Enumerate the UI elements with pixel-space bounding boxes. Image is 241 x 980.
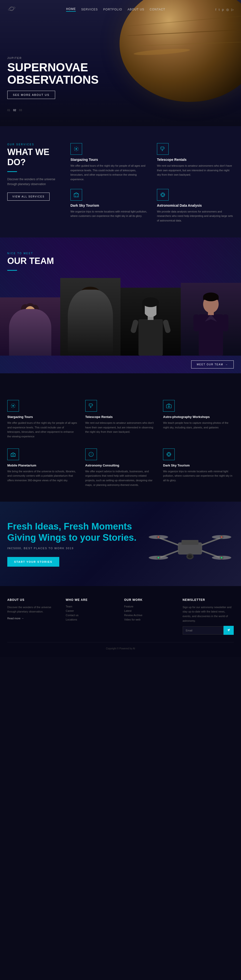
nav-contact[interactable]: CONTACT: [150, 8, 165, 11]
feature-icon-telescope: [85, 400, 97, 412]
footer-work-title: Our work: [124, 598, 176, 601]
feature-desc-5: We offer expert advice to individuals, b…: [85, 469, 156, 487]
svg-rect-26: [38, 321, 43, 336]
feature-item: Astronomy Consulting We offer expert adv…: [85, 449, 156, 487]
cta-start-button[interactable]: START YOUR STORIES: [7, 557, 59, 566]
footer-link-archive[interactable]: Review Archive: [124, 614, 176, 617]
service-item: Dark Sky Tourism We organize trips to re…: [70, 189, 147, 223]
nav-services[interactable]: SERVICES: [81, 8, 98, 11]
svg-rect-41: [130, 319, 139, 334]
svg-point-22: [30, 310, 37, 318]
feature-title-1: Stargazing Tours: [7, 415, 78, 419]
footer-link-career[interactable]: Career: [66, 609, 117, 612]
footer-link-latest[interactable]: Latest: [124, 609, 176, 612]
footer-about-text: Discover the wonders of the universe thr…: [7, 605, 59, 614]
feature-item: Dark Sky Tourism We organize trips to re…: [163, 449, 234, 487]
view-all-services-button[interactable]: VIEW ALL SERVICES: [7, 192, 49, 200]
service-icon-telescope: [157, 143, 169, 155]
team-section: NICE TO MEET OUR TEAM: [0, 237, 241, 373]
feature-item: Stargazing Tours We offer guided tours o…: [7, 400, 78, 439]
feature-icon-stargazing: [7, 400, 19, 412]
svg-rect-25: [17, 321, 22, 336]
hero-cta-button[interactable]: SEE MORE ABOUT US: [7, 91, 55, 99]
nav-portfolio[interactable]: PORTFOLIO: [103, 8, 122, 11]
meet-team-button[interactable]: MEET OUR TEAM →: [191, 361, 234, 369]
svg-point-58: [168, 406, 170, 407]
footer-email-submit[interactable]: [223, 626, 234, 635]
footer-link-video[interactable]: Video for web: [124, 618, 176, 621]
service-icon-data: [157, 189, 169, 200]
service-title-stargazing: Stargazing Tours: [70, 158, 147, 162]
footer-read-more[interactable]: Read more →: [7, 617, 59, 620]
service-item: Stargazing Tours We offer guided tours o…: [70, 143, 147, 182]
svg-point-2: [75, 148, 77, 150]
feature-icon-planetarium: [7, 449, 19, 460]
svg-rect-50: [193, 314, 199, 331]
team-member-3-image: [120, 288, 181, 356]
service-title-telescope: Telescope Rentals: [157, 158, 234, 162]
nav-home[interactable]: HOME: [66, 7, 76, 12]
svg-point-52: [13, 405, 14, 407]
team-photo-4: [181, 283, 241, 356]
service-title-data: Astronomical Data Analysis: [157, 204, 234, 207]
svg-marker-8: [74, 192, 78, 194]
svg-point-20: [31, 305, 39, 314]
hero-pagination: 01 02 03: [7, 109, 234, 111]
logo-icon: [7, 4, 16, 13]
footer-link-team[interactable]: Team: [66, 605, 117, 608]
hero-dot-3[interactable]: 03: [19, 109, 22, 111]
team-photo-3: [120, 288, 181, 356]
team-photos-row: [0, 278, 241, 356]
pinterest-icon[interactable]: p: [222, 8, 224, 11]
svg-rect-53: [89, 404, 92, 406]
footer-about-title: About us: [7, 598, 59, 601]
feature-title-6: Dark Sky Tourism: [163, 463, 234, 467]
footer-grid: About us Discover the wonders of the uni…: [7, 598, 234, 635]
facebook-icon[interactable]: f: [215, 8, 217, 11]
arrow-right-icon: →: [225, 363, 228, 366]
footer-link-contact[interactable]: Contact us: [66, 614, 117, 617]
nav-about[interactable]: ABOUT US: [128, 8, 144, 11]
hero-title: SUPERNOVAE OBSERVATIONS: [7, 61, 104, 86]
feature-desc-2: We rent out telescopes to amateur astron…: [85, 421, 156, 434]
footer-about: About us Discover the wonders of the uni…: [7, 598, 59, 635]
services-section: OUR SERVICES WHAT WE DO? Discover the wo…: [0, 126, 241, 237]
svg-rect-33: [81, 292, 100, 296]
footer-newsletter-title: Newsletter: [183, 598, 234, 601]
svg-rect-3: [161, 147, 164, 149]
hero-dot-2[interactable]: 02: [13, 109, 16, 111]
team-footer: MEET OUR TEAM →: [0, 356, 241, 373]
service-icon-stargazing: [70, 143, 82, 155]
svg-point-23: [25, 306, 35, 319]
hero-dot-1[interactable]: 01: [7, 109, 10, 111]
twitter-icon[interactable]: t: [219, 8, 220, 11]
svg-rect-43: [199, 314, 223, 356]
footer-link-feature[interactable]: Feature: [124, 605, 176, 608]
feature-desc-6: We organize trips to remote locations wi…: [163, 469, 234, 483]
feature-title-2: Telescope Rentals: [85, 415, 156, 419]
logo[interactable]: [7, 4, 16, 14]
team-photo-2: [60, 278, 120, 356]
footer-newsletter: Newsletter Sign up for our astronomy new…: [183, 598, 234, 635]
feature-item: Telescope Rentals We rent out telescopes…: [85, 400, 156, 439]
svg-rect-24: [22, 321, 38, 356]
team-header: NICE TO MEET OUR TEAM: [0, 252, 241, 271]
svg-rect-28: [72, 312, 79, 331]
cta-section: Fresh Ideas, Fresh Moments Giving Wings …: [0, 502, 241, 586]
feature-item: Mobile Planetarium We bring the wonders …: [7, 449, 78, 487]
services-description: Discover the wonders of the universe thr…: [7, 177, 61, 187]
team-accent-line: [7, 270, 17, 271]
svg-rect-35: [139, 319, 163, 356]
svg-point-66: [168, 453, 170, 455]
svg-point-34: [84, 304, 97, 312]
svg-rect-49: [203, 297, 219, 300]
footer-email-input[interactable]: [183, 626, 224, 635]
feature-title-5: Astronomy Consulting: [85, 463, 156, 467]
youtube-icon[interactable]: ▷: [231, 8, 234, 11]
instagram-icon[interactable]: ◎: [226, 8, 229, 11]
svg-rect-29: [102, 312, 109, 331]
services-accent-line: [7, 171, 17, 172]
team-title: OUR TEAM: [7, 256, 234, 266]
svg-rect-39: [142, 302, 145, 317]
footer-link-locations[interactable]: Locations: [66, 618, 117, 621]
